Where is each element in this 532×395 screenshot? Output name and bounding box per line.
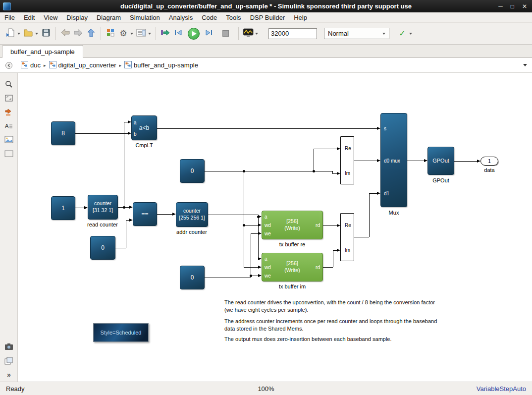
wire-segment[interactable] — [124, 122, 124, 207]
diagram-canvas[interactable]: 8 1 0 0 0 a b a<b CmpLT counter[31 32 1]… — [18, 73, 532, 382]
block-read-counter[interactable]: counter[31 32 1] — [88, 195, 118, 220]
menu-display[interactable]: Display — [62, 12, 92, 23]
menu-simulation[interactable]: Simulation — [125, 12, 164, 23]
block-addr-counter[interactable]: counter[255 256 1] — [176, 202, 208, 227]
breadcrumb-item-digital-up-converter[interactable]: digital_up_converter — [48, 61, 117, 70]
wire-segment[interactable] — [205, 171, 314, 171]
new-model-dropdown[interactable] — [17, 33, 20, 35]
stop-button[interactable] — [219, 27, 231, 41]
wire-segment[interactable] — [407, 161, 425, 161]
wire-segment[interactable] — [244, 171, 244, 267]
block-constant-0-eq[interactable]: 0 — [90, 236, 115, 260]
viewmarks-button[interactable] — [4, 356, 14, 366]
fit-to-view-button[interactable] — [4, 93, 14, 103]
wire-segment[interactable] — [126, 220, 126, 248]
wire-segment[interactable] — [369, 193, 377, 194]
back-button[interactable] — [59, 27, 71, 41]
menu-dsp-builder[interactable]: DSP Builder — [246, 12, 290, 23]
screenshot-button[interactable] — [4, 342, 14, 352]
status-solver[interactable]: VariableStepAuto — [274, 385, 526, 393]
wire-segment[interactable] — [314, 149, 314, 171]
hide-browser-button[interactable] — [5, 61, 13, 71]
menu-code[interactable]: Code — [197, 12, 221, 23]
menu-file[interactable]: File — [0, 12, 19, 23]
annotation-button[interactable]: A — [4, 121, 14, 131]
wire-segment[interactable] — [314, 171, 332, 171]
wire-segment[interactable] — [75, 208, 85, 208]
wire-segment[interactable] — [251, 233, 259, 234]
wire-segment[interactable] — [314, 149, 337, 149]
wire-segment[interactable] — [354, 237, 369, 237]
menu-tools[interactable]: Tools — [221, 12, 245, 23]
wire-segment[interactable] — [244, 267, 259, 268]
block-constant-8[interactable]: 8 — [51, 121, 75, 145]
menu-analysis[interactable]: Analysis — [164, 12, 197, 23]
wire-segment[interactable] — [323, 267, 333, 268]
wire-segment[interactable] — [454, 161, 478, 162]
run-button[interactable] — [188, 27, 200, 41]
scope-dropdown[interactable] — [255, 33, 258, 35]
block-outport-data[interactable]: 1 — [480, 157, 498, 166]
wire-segment[interactable] — [332, 171, 333, 173]
block-tx-buffer-im[interactable]: a wd we rd [256](Write) — [262, 253, 323, 282]
wire-segment[interactable] — [251, 233, 251, 278]
wire-segment[interactable] — [369, 193, 370, 237]
block-tx-buffer-re[interactable]: a wd we rd [256](Write) — [262, 211, 323, 239]
breadcrumb-item-duc[interactable]: duc — [20, 61, 42, 70]
menu-diagram[interactable]: Diagram — [92, 12, 125, 23]
wire-segment[interactable] — [157, 214, 173, 215]
breadcrumb-dropdown[interactable] — [523, 64, 527, 66]
minimize-button[interactable]: ─ — [498, 3, 503, 10]
menu-help[interactable]: Help — [289, 12, 312, 23]
wire-segment[interactable] — [258, 215, 259, 259]
block-mux[interactable]: s d0 mux d1 — [380, 113, 407, 207]
block-bus-bottom[interactable]: Re Im — [340, 213, 354, 261]
wire-segment[interactable] — [157, 128, 377, 129]
block-gpout[interactable]: GPOut — [427, 147, 454, 175]
validate-dropdown[interactable] — [409, 33, 412, 35]
maximize-button[interactable]: □ — [511, 3, 514, 10]
image-button[interactable] — [4, 135, 14, 145]
scope-button[interactable] — [242, 27, 254, 41]
step-forward-button[interactable] — [203, 27, 215, 41]
tab-buffer-and-up-sample[interactable]: buffer_and_up-sample — [2, 45, 83, 58]
open-dropdown[interactable] — [35, 33, 38, 35]
expand-palette-button[interactable] — [4, 370, 14, 380]
wire-segment[interactable] — [244, 225, 259, 226]
breadcrumb-item-buffer-and-up-sample[interactable]: buffer_and_up-sample — [123, 61, 199, 70]
block-equals[interactable]: == — [133, 202, 157, 226]
wire-segment[interactable] — [333, 250, 333, 267]
model-config-dropdown[interactable] — [148, 33, 151, 35]
model-settings-button[interactable]: ⚙ — [117, 27, 129, 41]
block-constant-1[interactable]: 1 — [51, 196, 75, 220]
block-style-scheduled[interactable]: Style=Scheduled — [93, 323, 149, 342]
model-settings-dropdown[interactable] — [130, 33, 133, 35]
sim-stop-time-input[interactable] — [268, 28, 317, 39]
wire-segment[interactable] — [208, 215, 258, 215]
open-button[interactable] — [22, 27, 34, 41]
area-box-button[interactable] — [4, 149, 14, 159]
menu-edit[interactable]: Edit — [19, 12, 39, 23]
update-diagram-button[interactable] — [4, 107, 14, 117]
zoom-button[interactable] — [4, 79, 14, 89]
wire-segment[interactable] — [75, 133, 128, 134]
step-back-button[interactable] — [172, 27, 184, 41]
fast-restart-button[interactable] — [160, 27, 171, 41]
block-bus-top[interactable]: Re Im — [340, 136, 354, 184]
new-model-button[interactable] — [4, 27, 16, 41]
model-config-button[interactable] — [135, 27, 147, 41]
wire-segment[interactable] — [115, 248, 126, 248]
up-to-parent-button[interactable] — [85, 27, 97, 41]
sim-mode-select[interactable]: Normal — [324, 28, 389, 39]
wire-segment[interactable] — [323, 226, 337, 226]
save-button[interactable] — [40, 27, 52, 41]
forward-button[interactable] — [72, 27, 84, 41]
block-cmplt[interactable]: a b a<b — [131, 115, 157, 140]
validate-button[interactable]: ✓ — [396, 27, 408, 41]
block-constant-0-top[interactable]: 0 — [180, 159, 205, 183]
menu-view[interactable]: View — [39, 12, 62, 23]
block-constant-0-bottom[interactable]: 0 — [180, 266, 205, 289]
wire-segment[interactable] — [354, 161, 377, 161]
library-browser-button[interactable] — [105, 27, 116, 41]
wire-segment[interactable] — [205, 278, 251, 278]
